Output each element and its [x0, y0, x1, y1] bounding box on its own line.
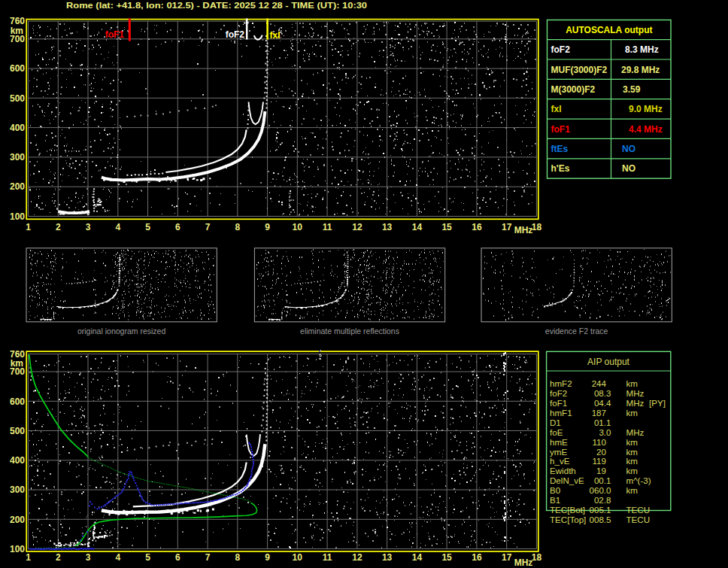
- svg-text:12: 12: [352, 552, 362, 563]
- svg-text:600: 600: [10, 396, 25, 407]
- svg-text:18: 18: [532, 222, 542, 232]
- svg-text:15: 15: [441, 552, 452, 563]
- svg-text:200: 200: [10, 515, 25, 525]
- svg-text:29.8 MHz: 29.8 MHz: [621, 65, 660, 75]
- svg-text:hmE: hmE: [550, 437, 568, 447]
- svg-text:00.1: 00.1: [594, 475, 611, 485]
- svg-text:700: 700: [10, 34, 25, 44]
- svg-text:500: 500: [10, 93, 25, 104]
- svg-text:3: 3: [86, 552, 91, 563]
- svg-text:7: 7: [205, 552, 211, 563]
- svg-text:9: 9: [265, 222, 270, 232]
- svg-text:400: 400: [10, 455, 25, 466]
- svg-text:MHz: MHz: [514, 557, 533, 568]
- svg-text:MHz: MHz: [514, 225, 533, 235]
- svg-text:04.4: 04.4: [594, 398, 611, 408]
- svg-text:2: 2: [56, 222, 61, 232]
- svg-text:h'Es: h'Es: [551, 163, 570, 174]
- svg-text:244: 244: [592, 378, 607, 388]
- svg-text:MUF(3000)F2: MUF(3000)F2: [551, 65, 608, 75]
- svg-text:3.0: 3.0: [599, 427, 611, 437]
- svg-text:9: 9: [265, 552, 270, 563]
- svg-text:700: 700: [10, 366, 25, 377]
- svg-text:200: 200: [10, 181, 25, 192]
- svg-text:500: 500: [10, 426, 25, 436]
- svg-text:6: 6: [175, 222, 180, 232]
- svg-text:foF2: foF2: [551, 44, 571, 55]
- svg-text:1: 1: [26, 222, 31, 232]
- svg-text:km: km: [626, 408, 638, 418]
- svg-text:01.1: 01.1: [594, 418, 611, 427]
- svg-text:foE: foE: [550, 427, 563, 437]
- svg-text:13: 13: [382, 552, 393, 563]
- svg-text:6: 6: [175, 552, 180, 563]
- svg-text:300: 300: [10, 152, 25, 163]
- svg-text:17: 17: [502, 552, 512, 563]
- svg-text:2: 2: [56, 552, 61, 563]
- svg-text:AIP output: AIP output: [587, 357, 629, 367]
- svg-text:hmF2: hmF2: [550, 378, 572, 388]
- svg-text:D1: D1: [550, 418, 561, 427]
- svg-text:Rome (lat: +41.8, lon: 012.5): Rome (lat: +41.8, lon: 012.5) - DATE: 20…: [66, 1, 367, 10]
- svg-text:foF1: foF1: [105, 29, 125, 40]
- svg-text:7: 7: [205, 222, 211, 232]
- svg-text:11: 11: [323, 552, 332, 563]
- svg-text:10: 10: [293, 552, 303, 563]
- svg-text:ftEs: ftEs: [551, 144, 569, 154]
- svg-text:original ionogram resized: original ionogram resized: [77, 327, 165, 336]
- svg-text:8: 8: [235, 552, 240, 563]
- svg-text:TECU: TECU: [626, 515, 651, 524]
- svg-text:8.3 MHz: 8.3 MHz: [625, 44, 659, 55]
- svg-text:fxI: fxI: [551, 104, 562, 114]
- svg-text:MHz: MHz: [626, 388, 645, 398]
- svg-text:km: km: [626, 437, 638, 447]
- svg-text:600: 600: [10, 63, 25, 74]
- svg-text:11: 11: [323, 222, 332, 232]
- svg-text:DelN_vE: DelN_vE: [550, 475, 584, 485]
- svg-text:13: 13: [382, 222, 393, 232]
- svg-text:AUTOSCALA output: AUTOSCALA output: [566, 25, 652, 35]
- svg-text:02.8: 02.8: [594, 495, 611, 505]
- svg-text:B0: B0: [550, 485, 560, 495]
- svg-text:M(3000)F2: M(3000)F2: [551, 84, 596, 95]
- svg-text:B1: B1: [550, 495, 560, 505]
- svg-text:4.4 MHz: 4.4 MHz: [629, 124, 663, 135]
- svg-text:10: 10: [293, 222, 303, 232]
- svg-text:5: 5: [145, 552, 150, 563]
- svg-text:110: 110: [593, 437, 606, 447]
- svg-text:eliminate multiple reflections: eliminate multiple reflections: [300, 327, 399, 336]
- svg-text:foF2: foF2: [550, 388, 567, 398]
- svg-text:TEC[Bot]: TEC[Bot]: [550, 505, 585, 515]
- svg-text:TEC[Top]: TEC[Top]: [550, 515, 586, 524]
- svg-text:19: 19: [596, 466, 606, 475]
- svg-text:16: 16: [472, 552, 482, 563]
- svg-text:20: 20: [596, 447, 606, 457]
- svg-text:16: 16: [472, 222, 482, 232]
- svg-text:m^(-3): m^(-3): [626, 475, 651, 485]
- svg-text:foF1: foF1: [551, 124, 571, 135]
- svg-text:Ewidth: Ewidth: [550, 466, 576, 475]
- svg-text:h_vE: h_vE: [550, 456, 570, 466]
- svg-text:15: 15: [441, 222, 452, 232]
- svg-text:evidence F2 trace: evidence F2 trace: [545, 327, 608, 336]
- svg-text:119: 119: [593, 456, 606, 466]
- svg-text:TECU: TECU: [626, 505, 651, 515]
- svg-text:14: 14: [412, 552, 423, 563]
- svg-text:9.0 MHz: 9.0 MHz: [629, 104, 663, 114]
- svg-text:18: 18: [532, 552, 542, 563]
- svg-text:km: km: [626, 378, 638, 388]
- svg-text:km: km: [626, 456, 638, 466]
- svg-text:5: 5: [145, 222, 150, 232]
- svg-text:100: 100: [10, 211, 25, 222]
- svg-text:foF1: foF1: [550, 398, 567, 408]
- svg-text:4: 4: [115, 552, 120, 563]
- svg-text:008.5: 008.5: [589, 515, 611, 524]
- svg-text:400: 400: [10, 123, 25, 133]
- svg-text:km: km: [626, 485, 638, 495]
- svg-text:3.59: 3.59: [623, 84, 641, 95]
- svg-text:100: 100: [10, 544, 25, 554]
- svg-text:3: 3: [86, 222, 91, 232]
- svg-text:foF2: foF2: [226, 29, 245, 40]
- svg-text:km: km: [626, 447, 638, 457]
- svg-text:NO: NO: [622, 144, 635, 154]
